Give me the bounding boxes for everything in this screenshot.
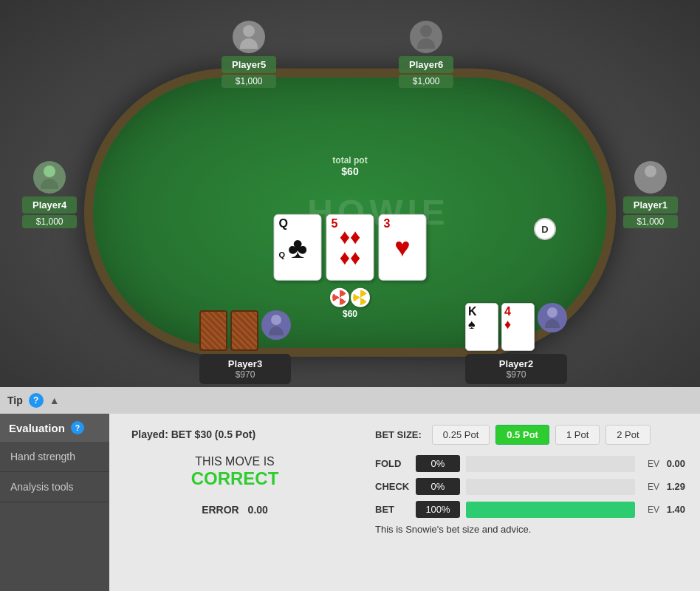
fold-row: FOLD 0% EV 0.00 xyxy=(375,455,685,472)
player1-box: Player1 $1,000 xyxy=(623,161,678,228)
bet-label: BET xyxy=(375,504,416,515)
bet-btn-05[interactable]: 0.5 Pot xyxy=(495,425,549,445)
player2-card-1: K ♠ xyxy=(465,303,498,351)
bet-bar-fill xyxy=(466,502,635,518)
player5-amount: $1,000 xyxy=(222,75,276,88)
played-action: BET $30 xyxy=(171,428,212,440)
fold-ev-value: 0.00 xyxy=(659,458,685,469)
player3-card-1 xyxy=(199,310,227,351)
player2-name: Player2 xyxy=(476,358,557,369)
fold-label: FOLD xyxy=(375,458,416,469)
bet-btn-1[interactable]: 1 Pot xyxy=(555,425,600,445)
error-label: ERROR xyxy=(202,504,239,516)
tip-help-button[interactable]: ? xyxy=(29,393,44,408)
community-card-2: 5 ♦♦♦♦ xyxy=(326,214,374,281)
player6-name: Player6 xyxy=(399,56,453,73)
player6-amount: $1,000 xyxy=(399,75,453,88)
sidebar-header-text: Evaluation xyxy=(9,422,65,434)
player2-amount: $970 xyxy=(476,369,557,380)
player2-box: K ♠ 4 ♦ Player2 $970 xyxy=(465,303,567,384)
total-pot: total pot $60 xyxy=(332,155,367,177)
bet-bar-track xyxy=(466,502,635,518)
bet-size-label: BET SIZE: xyxy=(375,429,422,440)
check-ev-value: 1.29 xyxy=(659,481,685,492)
check-label: CHECK xyxy=(375,481,416,492)
bet-ev-value: 1.40 xyxy=(659,504,685,515)
check-pct: 0% xyxy=(416,478,460,495)
check-ev-label: EV xyxy=(641,482,659,492)
player1-avatar xyxy=(634,161,667,194)
bet-row: BET 100% EV 1.40 xyxy=(375,501,685,518)
played-label: Played: xyxy=(131,428,168,440)
dealer-button: D xyxy=(534,218,556,240)
bet-bar-container: 100% xyxy=(416,501,635,518)
player5-avatar xyxy=(233,21,265,53)
check-row: CHECK 0% EV 1.29 xyxy=(375,478,685,495)
player5-name: Player5 xyxy=(222,56,276,73)
table-area: HOWIE total pot $60 Q ♣ Q 5 ♦♦♦♦ 3 ♥ xyxy=(0,0,700,414)
move-result-label: THIS MOVE IS xyxy=(131,455,338,468)
bet-size-row: BET SIZE: 0.25 Pot 0.5 Pot 1 Pot 2 Pot xyxy=(375,425,685,445)
played-detail: (0.5 Pot) xyxy=(215,428,255,440)
player4-amount: $1,000 xyxy=(22,215,77,228)
check-bar-container: 0% xyxy=(416,478,635,495)
player2-avatar xyxy=(538,303,567,332)
bet-pct: 100% xyxy=(416,501,460,518)
player4-box: Player4 $1,000 xyxy=(22,161,77,228)
fold-pct: 0% xyxy=(416,455,460,472)
chips-center: $60 xyxy=(330,288,370,319)
right-eval: BET SIZE: 0.25 Pot 0.5 Pot 1 Pot 2 Pot F… xyxy=(360,414,700,591)
player1-name: Player1 xyxy=(623,197,678,213)
player5-box: Player5 $1,000 xyxy=(222,21,276,88)
fold-bar-container: 0% xyxy=(416,455,635,472)
move-result: THIS MOVE IS CORRECT xyxy=(131,455,338,489)
move-result-value: CORRECT xyxy=(131,468,338,489)
fold-bar-track xyxy=(466,456,635,472)
player6-box: Player6 $1,000 xyxy=(399,21,453,88)
player4-name: Player4 xyxy=(22,197,77,213)
sidebar-header: Evaluation ? xyxy=(0,414,109,442)
player3-box: Player3 $970 xyxy=(199,310,291,384)
sidebar-help-button[interactable]: ? xyxy=(71,421,84,434)
tip-bar: Tip ? ▲ xyxy=(0,387,700,414)
bet-ev-label: EV xyxy=(641,505,659,515)
total-pot-label: total pot xyxy=(332,155,367,165)
player3-amount: $970 xyxy=(210,369,281,380)
error-value: 0.00 xyxy=(248,504,268,516)
player3-card-2 xyxy=(230,310,258,351)
player3-avatar xyxy=(261,310,291,340)
played-text: Played: BET $30 (0.5 Pot) xyxy=(131,428,338,440)
player3-name: Player3 xyxy=(210,358,281,369)
chips-amount: $60 xyxy=(330,309,370,319)
player6-avatar xyxy=(410,21,442,53)
player4-avatar xyxy=(33,161,66,194)
community-card-1: Q ♣ Q xyxy=(274,214,322,281)
player2-card-2: 4 ♦ xyxy=(501,303,535,351)
tip-label: Tip xyxy=(7,394,23,406)
eval-area: Played: BET $30 (0.5 Pot) THIS MOVE IS C… xyxy=(109,414,360,591)
tip-chevron-icon[interactable]: ▲ xyxy=(49,394,60,406)
chip-2 xyxy=(351,288,370,307)
bet-btn-2[interactable]: 2 Pot xyxy=(605,425,650,445)
bet-btn-025[interactable]: 0.25 Pot xyxy=(432,425,490,445)
sidebar-item-analysis-tools[interactable]: Analysis tools xyxy=(0,472,109,502)
check-bar-track xyxy=(466,479,635,495)
total-pot-amount: $60 xyxy=(332,165,367,177)
chip-1 xyxy=(330,288,349,307)
error-line: ERROR 0.00 xyxy=(131,504,338,516)
player1-amount: $1,000 xyxy=(623,215,678,228)
fold-ev-label: EV xyxy=(641,459,659,469)
community-cards: Q ♣ Q 5 ♦♦♦♦ 3 ♥ xyxy=(274,214,427,281)
community-card-3: 3 ♥ xyxy=(379,214,427,281)
bottom-panel: Evaluation ? Hand strength Analysis tool… xyxy=(0,414,700,591)
snowie-advice: This is Snowie's bet size and advice. xyxy=(375,524,685,535)
sidebar-item-hand-strength[interactable]: Hand strength xyxy=(0,442,109,472)
left-sidebar: Evaluation ? Hand strength Analysis tool… xyxy=(0,414,109,591)
